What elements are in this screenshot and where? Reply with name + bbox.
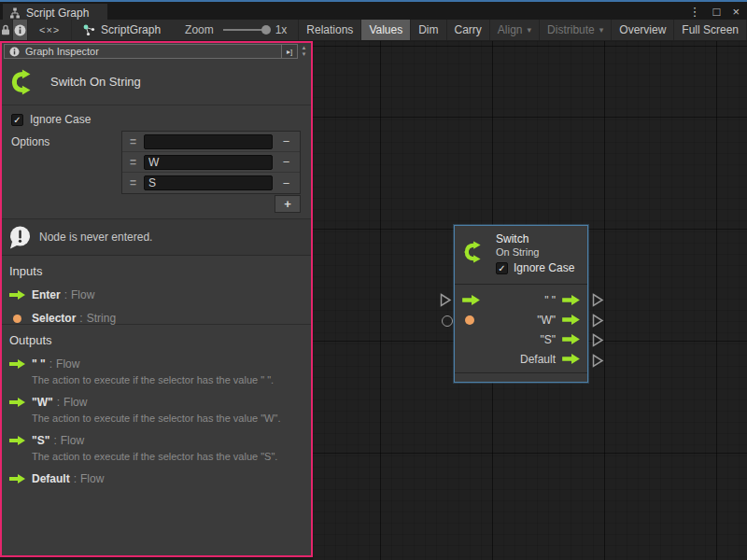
option-row: = −: [122, 152, 300, 173]
relations-button[interactable]: Relations: [298, 20, 360, 40]
input-row-enter: Enter : Flow: [9, 288, 311, 301]
output-description: The action to execute if the selector ha…: [32, 451, 302, 462]
graph-canvas[interactable]: Switch On String ✓ Ignore Case " ": [313, 41, 747, 560]
remove-option-button[interactable]: −: [273, 155, 300, 169]
option-row: = −: [122, 132, 300, 152]
checkbox-check-icon: ✓: [496, 262, 508, 274]
options-label: Options: [11, 135, 49, 148]
node-subtitle: On String: [496, 246, 574, 258]
node-body: " " "W" "S": [455, 285, 587, 373]
add-option-button[interactable]: +: [275, 195, 301, 213]
node-output-outer-port-default[interactable]: [592, 354, 604, 368]
flow-output-port-space[interactable]: [562, 295, 580, 305]
carry-button[interactable]: Carry: [446, 20, 489, 40]
node-enter-outer-port[interactable]: [440, 293, 452, 307]
maximize-icon[interactable]: □: [713, 5, 721, 19]
inspector-header: Graph Inspector ▸] ▲ ▼: [2, 43, 311, 59]
graph-inspector-panel: Graph Inspector ▸] ▲ ▼ Switch On String …: [0, 41, 313, 557]
lock-icon: [1, 24, 10, 35]
output-description: The action to execute if the selector ha…: [32, 413, 302, 424]
values-button[interactable]: Values: [360, 20, 410, 40]
outputs-section: Outputs " " : Flow The action to execute…: [2, 325, 311, 555]
inspected-node-title: Switch On String: [50, 75, 141, 89]
dock-icon[interactable]: ▸]: [282, 44, 298, 59]
graph-toolbar: <×> ScriptGraph Zoom 1x Relations Values…: [0, 20, 747, 41]
inspector-title: Graph Inspector: [25, 46, 99, 57]
inspector-title-bar[interactable]: Graph Inspector: [4, 44, 282, 59]
switch-on-string-node[interactable]: Switch On String ✓ Ignore Case " ": [454, 225, 588, 383]
chevron-down-icon: ▾: [528, 25, 532, 35]
window-tab-bar: Script Graph ⋮ □ ×: [0, 0, 747, 20]
overview-button[interactable]: Overview: [611, 20, 673, 40]
zoom-slider-thumb[interactable]: [261, 25, 271, 35]
dim-button[interactable]: Dim: [410, 20, 445, 40]
align-dropdown[interactable]: Align▾: [489, 20, 539, 40]
code-view-button[interactable]: <×>: [28, 20, 72, 40]
unity-visual-scripting-window: Script Graph ⋮ □ × <×> ScriptGraph Zoom …: [0, 0, 747, 560]
node-output-outer-port-space[interactable]: [592, 293, 604, 307]
switch-icon: [463, 238, 487, 266]
switch-icon: [10, 66, 38, 98]
zoom-slider[interactable]: [223, 29, 266, 31]
node-header: Switch On String ✓ Ignore Case: [455, 226, 587, 285]
output-row-s: "S" : Flow: [9, 434, 311, 447]
flow-port-icon: [9, 359, 25, 369]
warning-text: Node is never entered.: [39, 231, 152, 244]
distribute-dropdown[interactable]: Distribute▾: [539, 20, 611, 40]
node-output-outer-port-w[interactable]: [592, 314, 604, 328]
toolbar-button-group: Relations Values Dim Carry Align▾ Distri…: [298, 20, 747, 40]
drag-handle-icon[interactable]: =: [122, 176, 144, 189]
lock-button[interactable]: [0, 20, 13, 40]
selector-value-port[interactable]: [465, 315, 474, 325]
node-output-outer-port-s[interactable]: [592, 333, 604, 347]
close-icon[interactable]: ×: [732, 5, 740, 19]
graph-name-label: ScriptGraph: [101, 23, 161, 36]
remove-option-button[interactable]: −: [273, 176, 300, 190]
flow-port-icon: [9, 290, 25, 300]
flow-output-port-default[interactable]: [562, 354, 580, 364]
window-controls: ⋮ □ ×: [689, 5, 740, 19]
option-value-input[interactable]: [144, 175, 273, 190]
node-ignore-case-checkbox[interactable]: ✓ Ignore Case: [496, 261, 574, 274]
node-settings-section: ✓ Ignore Case Options = − = − = −: [2, 105, 311, 219]
panel-scroll-arrows: ▲ ▼: [298, 44, 310, 59]
menu-icon[interactable]: ⋮: [689, 5, 701, 19]
ignore-case-label: Ignore Case: [30, 113, 91, 126]
zoom-value: 1x: [275, 23, 288, 36]
flow-port-icon: [9, 398, 25, 407]
zoom-label: Zoom: [185, 23, 214, 36]
inspector-toggle-button[interactable]: [13, 20, 28, 40]
drag-handle-icon[interactable]: =: [122, 156, 144, 169]
graph-breadcrumb[interactable]: ScriptGraph: [72, 20, 172, 40]
flow-port-icon: [9, 436, 25, 445]
output-port-label: Default: [520, 353, 556, 366]
option-value-input[interactable]: [144, 134, 273, 149]
output-row-default: Default : Flow: [9, 472, 311, 485]
remove-option-button[interactable]: −: [273, 134, 300, 148]
options-list: = − = − = −: [121, 131, 301, 194]
flow-output-port-w[interactable]: [562, 315, 580, 325]
chevron-down-icon: ▾: [599, 25, 604, 35]
flow-output-port-s[interactable]: [562, 334, 580, 344]
tab-title: Script Graph: [26, 7, 89, 20]
flow-port-icon: [9, 474, 25, 483]
option-value-input[interactable]: [144, 155, 273, 170]
option-row: = −: [122, 173, 300, 193]
full-screen-button[interactable]: Full Screen: [673, 20, 747, 40]
inputs-title: Inputs: [9, 264, 311, 278]
node-title: Switch: [496, 232, 574, 245]
node-selector-outer-port[interactable]: [442, 315, 453, 327]
output-port-label: "W": [537, 314, 556, 327]
warning-bubble-icon: [7, 225, 33, 250]
drag-handle-icon[interactable]: =: [122, 135, 144, 148]
scroll-up-icon[interactable]: ▲: [302, 45, 307, 51]
output-port-label: "S": [540, 333, 556, 346]
ignore-case-checkbox[interactable]: ✓ Ignore Case: [11, 113, 91, 126]
flow-enter-port[interactable]: [462, 295, 480, 305]
node-ignore-case-label: Ignore Case: [514, 261, 574, 274]
warning-banner: Node is never entered.: [2, 219, 311, 256]
scroll-down-icon[interactable]: ▼: [302, 51, 307, 58]
node-footer: [455, 373, 587, 381]
output-row-w: "W" : Flow: [9, 396, 311, 409]
output-description: The action to execute if the selector ha…: [32, 374, 302, 385]
